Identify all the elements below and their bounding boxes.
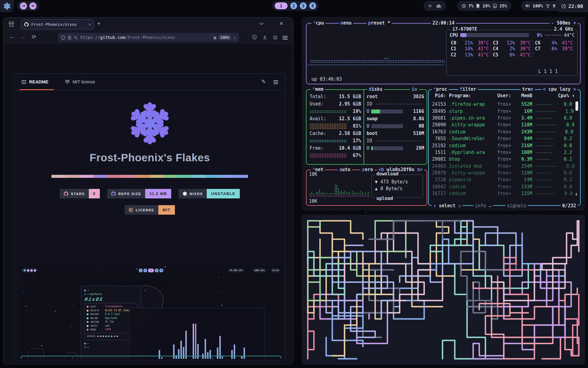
archive-icon[interactable] [8, 21, 14, 27]
net-auto-button[interactable]: auto [338, 167, 352, 172]
chevron-down-icon[interactable] [259, 22, 264, 25]
net-download-graph [309, 193, 310, 195]
process-row[interactable]: 30681.pipes.sh-wrafros+3.4M0.9 [432, 115, 572, 121]
proc-select-control[interactable]: ↑ select ↓ [432, 203, 462, 209]
browser-tab[interactable]: Frost-Phoenix/nixos × [21, 19, 94, 29]
process-row[interactable]: 24153.firefox-wrapfros+552M0.0 [432, 101, 572, 108]
net-zero-button[interactable]: zero [360, 167, 375, 172]
process-row[interactable]: 28979.kitty-wrappefros+119M0.0 [432, 170, 572, 176]
lock-icon[interactable] [68, 35, 71, 40]
pipe [430, 227, 492, 359]
process-row[interactable]: 24403Isolated Webfros+254M0.0 [432, 163, 572, 170]
tab-readme[interactable]: README [21, 74, 48, 90]
process-row[interactable]: 38495slurpfros+16M1.9 [432, 108, 572, 114]
btop-menu-button[interactable]: menu [339, 20, 353, 26]
badge-repo-size[interactable]: REPO SIZE11.2 MB [107, 189, 171, 198]
tab-license[interactable]: MIT license [65, 74, 95, 90]
palette-dot [97, 335, 99, 337]
process-row[interactable]: 1728pipewirefros+14M0.2 [432, 176, 572, 183]
fetch-row: kernel6.6.7-lqx1 [87, 312, 135, 316]
fetch-row: uptime5h 53m [87, 320, 135, 324]
net-download-graph [323, 193, 325, 195]
skip-back-icon [22, 4, 25, 8]
reader-view-icon[interactable]: ▤ [214, 35, 216, 40]
screenshot-audio: 100% 91% [252, 268, 266, 273]
clock[interactable]: 22:00 [556, 0, 588, 12]
volume-icon [525, 4, 530, 8]
zoom-level-badge[interactable]: 130% [219, 35, 231, 40]
process-row[interactable]: 25192codiumfros+216M0.0 [432, 142, 572, 149]
permissions-icon[interactable] [74, 36, 78, 40]
mem-graph-row: 19% [310, 108, 361, 115]
proc-filter-button[interactable]: filter [458, 86, 478, 92]
mem-usage-graph [310, 140, 346, 142]
edit-pencil-icon[interactable]: ✎ [262, 79, 266, 85]
download-icon[interactable] [262, 35, 267, 40]
process-row[interactable]: 1511.Hyprland-wrafros+100M2.2 [432, 149, 572, 156]
process-row[interactable]: 16763codiumfros+243M0.0 [432, 128, 572, 135]
rainbow-segment [66, 175, 80, 178]
proc-table-header: Pid: Program: User: MemB Cpu% ↑ [432, 93, 572, 98]
proc-info-control[interactable]: info ↵ [473, 203, 493, 209]
fetch-command: maxfetch [90, 293, 102, 296]
btop-window: ¹cpu menu preset * 22:00:14 - 500ms + up… [302, 17, 585, 211]
new-tab-button[interactable]: + [97, 20, 100, 27]
btop-interval-control[interactable]: - 500ms + [550, 20, 578, 26]
pipe [461, 251, 516, 319]
workspace-button-2[interactable]: 2 [290, 2, 297, 9]
snowflake-icon [3, 2, 11, 10]
menu-button[interactable] [283, 35, 288, 40]
process-row[interactable]: 29090.kitty-wrappefros+118M0.9 [432, 121, 572, 128]
workspace-button-8[interactable]: 8 [309, 2, 316, 9]
net-download-graph [355, 193, 356, 195]
workspace-button-4[interactable]: 4 [155, 269, 159, 272]
core-row: C213%41°C [451, 52, 489, 58]
cpu-core-panel: i7-6700TE 2.4 GHz CPU 9% 44°C C021%39°CC… [446, 30, 578, 76]
workspace-button-2[interactable]: 2 [144, 269, 147, 272]
star [218, 278, 219, 278]
proc-sort-selector[interactable]: < cpu lazy > [541, 86, 578, 92]
url-bar[interactable]: https://github.com/Frost-Phoenix/nixos- … [58, 33, 239, 42]
screenshot-statusbar: 12348 2% 20% 15% 100% 91% 22: [21, 268, 281, 273]
process-row[interactable]: 7655.SoundWireSerfros+94M0.2 [432, 135, 572, 142]
net-upload-graph [309, 195, 370, 197]
btop-preset-button[interactable]: preset * [367, 20, 392, 26]
net-graph [309, 174, 370, 198]
shield-icon[interactable] [61, 35, 65, 40]
workspace-button-3[interactable]: 3 [300, 2, 307, 9]
desktop: 1238 7% 19% 25% [0, 0, 588, 368]
forward-button[interactable]: → [19, 34, 27, 40]
badge-label: REPO SIZE [107, 189, 145, 198]
proc-signals-control[interactable]: signals [505, 203, 528, 209]
tab-close-button[interactable]: × [89, 22, 91, 27]
protection-shield-icon[interactable] [252, 35, 257, 40]
media-previous-button[interactable] [20, 2, 27, 10]
media-next-button[interactable] [29, 2, 36, 10]
badge-license[interactable]: LICENSEMIT [125, 205, 175, 215]
workspace-button-3[interactable]: 3 [148, 269, 154, 272]
proc-tree-button[interactable]: tree [521, 86, 535, 92]
process-row[interactable]: 29081btopfros+6.3M0.2 [432, 156, 572, 163]
process-row[interactable]: 16642codiumfros+233M0.0 [432, 183, 572, 190]
memory-stats: Total:15.5 GiB Used:2.95 GiB19%Avail:12.… [310, 93, 361, 159]
net-download-graph [341, 190, 342, 195]
outline-list-icon[interactable] [273, 79, 278, 85]
workspace-button-8[interactable]: 8 [160, 269, 163, 272]
palette-dot [114, 335, 115, 337]
extensions-puzzle-icon[interactable] [273, 35, 278, 40]
bookmark-star-icon[interactable]: ☆ [233, 35, 236, 40]
proc-scrollbar[interactable] [575, 102, 578, 111]
reload-button[interactable]: ⟳ [30, 34, 38, 40]
window-close-button[interactable]: ✕ [279, 21, 283, 26]
nixos-logo-button[interactable] [0, 0, 14, 12]
net-download-graph [365, 192, 366, 195]
net-download-graph [360, 191, 361, 195]
workspace-button-1[interactable]: 1 [275, 2, 288, 9]
badge-stars[interactable]: STARS0 [60, 189, 100, 198]
back-button[interactable]: ← [8, 34, 16, 40]
process-row[interactable]: 16717codiumfros+135M0.0 [432, 190, 572, 197]
workspace-button-1[interactable]: 1 [139, 269, 143, 272]
badge-nixos[interactable]: NIXOSUNSTABLE [179, 189, 239, 198]
disk-used-row: U0B [367, 122, 424, 130]
net-download-graph [322, 192, 323, 195]
